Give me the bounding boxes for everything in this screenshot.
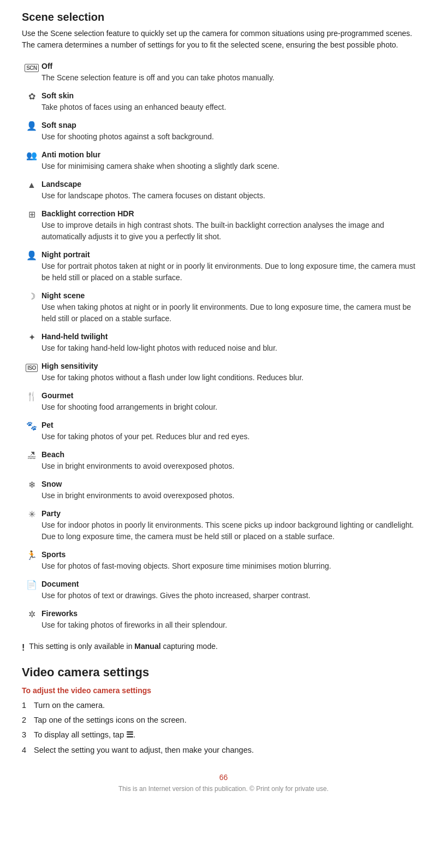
scene-icon: ✲ xyxy=(22,609,41,620)
scene-desc: Use for taking photos of fireworks in al… xyxy=(41,621,227,629)
step-item: 1Turn on the camera. xyxy=(22,699,425,712)
step-text: To display all settings, tap ☰. xyxy=(34,729,425,741)
scene-text: Night sceneUse when taking photos at nig… xyxy=(41,290,425,324)
scene-text: DocumentUse for photos of text or drawin… xyxy=(41,578,425,601)
scene-text: SportsUse for photos of fast-moving obje… xyxy=(41,549,425,572)
scene-text: Soft skinTake photos of faces using an e… xyxy=(41,90,425,113)
scene-name: Hand-held twilight xyxy=(41,332,108,341)
scene-name: Backlight correction HDR xyxy=(41,209,134,218)
scene-desc: Use for taking photos of your pet. Reduc… xyxy=(41,432,249,441)
scene-list: SCNOffThe Scene selection feature is off… xyxy=(22,61,425,631)
scene-item: ❄SnowUse in bright environments to avoid… xyxy=(22,479,425,501)
scene-item: ✦Hand-held twilightUse for taking hand-h… xyxy=(22,331,425,354)
scene-desc: Use for portrait photos taken at night o… xyxy=(41,262,415,282)
scene-icon: ✳ xyxy=(22,509,41,520)
scene-icon: ISO xyxy=(22,361,41,373)
scene-item: 🍴GourmetUse for shooting food arrangemen… xyxy=(22,390,425,413)
scene-text: LandscapeUse for landscape photos. The c… xyxy=(41,179,425,202)
scene-icon: 🍴 xyxy=(22,391,41,402)
scene-desc: Take photos of faces using an enhanced b… xyxy=(41,103,226,111)
scene-text: High sensitivityUse for taking photos wi… xyxy=(41,361,425,383)
scene-icon: ❄ xyxy=(22,479,41,491)
scene-icon: SCN xyxy=(22,61,41,73)
scene-icon: 🏃 xyxy=(22,550,41,561)
scene-icon: ▲ xyxy=(22,179,41,191)
step-text: Select the setting you want to adjust, t… xyxy=(34,744,425,757)
scene-name: Beach xyxy=(41,450,64,459)
scene-text: GourmetUse for shooting food arrangement… xyxy=(41,390,425,413)
scene-desc: Use for photos of text or drawings. Give… xyxy=(41,591,311,600)
subsection-title: To adjust the video camera settings xyxy=(22,686,425,695)
scene-text: PetUse for taking photos of your pet. Re… xyxy=(41,420,425,442)
scene-desc: Use for shooting food arrangements in br… xyxy=(41,403,217,411)
scene-item: 👥Anti motion blurUse for minimising came… xyxy=(22,149,425,172)
scene-name: Anti motion blur xyxy=(41,150,100,159)
scene-desc: The Scene selection feature is off and y… xyxy=(41,73,275,82)
scene-text: Night portraitUse for portrait photos ta… xyxy=(41,249,425,284)
scene-icon: 🐾 xyxy=(22,420,41,432)
scene-name: Snow xyxy=(41,480,62,488)
page-number: 66 xyxy=(22,773,425,782)
scene-text: PartyUse for indoor photos in poorly lit… xyxy=(41,508,425,542)
footer-note: This is an Internet version of this publ… xyxy=(22,785,425,793)
scene-text: BeachUse in bright environments to avoid… xyxy=(41,449,425,472)
scene-name: Pet xyxy=(41,421,53,429)
scene-item: ☽Night sceneUse when taking photos at ni… xyxy=(22,290,425,324)
scene-item: ⊞Backlight correction HDRUse to improve … xyxy=(22,208,425,243)
note-icon: ! xyxy=(22,641,25,654)
scene-icon: ✦ xyxy=(22,332,41,343)
scene-name: Sports xyxy=(41,550,65,559)
step-number: 1 xyxy=(22,699,34,712)
scene-name: Gourmet xyxy=(41,391,73,400)
scene-text: Soft snapUse for shooting photos against… xyxy=(41,120,425,143)
scene-icon: 🏖 xyxy=(22,450,41,461)
scene-item: 📄DocumentUse for photos of text or drawi… xyxy=(22,578,425,601)
scene-icon: 👥 xyxy=(22,150,41,161)
scene-item: 👤Soft snapUse for shooting photos agains… xyxy=(22,120,425,143)
scene-name: High sensitivity xyxy=(41,362,98,370)
scene-item: ✲FireworksUse for taking photos of firew… xyxy=(22,608,425,631)
section1-title: Scene selection xyxy=(22,11,425,23)
scene-name: Party xyxy=(41,509,61,518)
scene-item: ▲LandscapeUse for landscape photos. The … xyxy=(22,179,425,202)
scene-desc: Use for taking photos without a flash un… xyxy=(41,373,303,382)
scene-icon: 👤 xyxy=(22,120,41,132)
step-bold: ☰ xyxy=(126,730,133,739)
scene-text: SnowUse in bright environments to avoid … xyxy=(41,479,425,501)
scene-icon: ☽ xyxy=(22,291,41,302)
step-text: Turn on the camera. xyxy=(34,699,425,712)
scene-item: ✿Soft skinTake photos of faces using an … xyxy=(22,90,425,113)
step-item: 3To display all settings, tap ☰. xyxy=(22,729,425,741)
scene-text: OffThe Scene selection feature is off an… xyxy=(41,61,425,84)
note-line: ! This setting is only available in Manu… xyxy=(22,641,425,654)
step-item: 2Tap one of the settings icons on the sc… xyxy=(22,714,425,727)
scene-text: FireworksUse for taking photos of firewo… xyxy=(41,608,425,631)
scene-desc: Use for minimising camera shake when sho… xyxy=(41,162,279,170)
scene-item: ISOHigh sensitivityUse for taking photos… xyxy=(22,361,425,383)
scene-icon: ✿ xyxy=(22,91,41,102)
scene-name: Document xyxy=(41,580,79,588)
scene-desc: Use for landscape photos. The camera foc… xyxy=(41,191,265,200)
scene-desc: Use for indoor photos in poorly lit envi… xyxy=(41,521,414,541)
step-text: Tap one of the settings icons on the scr… xyxy=(34,714,425,727)
scene-desc: Use for shooting photos against a soft b… xyxy=(41,132,214,141)
scene-item: ✳PartyUse for indoor photos in poorly li… xyxy=(22,508,425,542)
step-number: 2 xyxy=(22,714,34,727)
scene-desc: Use for photos of fast-moving objects. S… xyxy=(41,562,331,570)
scene-name: Night scene xyxy=(41,291,85,300)
scene-name: Off xyxy=(41,62,52,70)
page-footer: 66 This is an Internet version of this p… xyxy=(22,773,425,793)
scene-desc: Use when taking photos at night or in po… xyxy=(41,303,411,323)
note-text: This setting is only available in Manual… xyxy=(29,641,218,652)
intro-paragraph: Use the Scene selection feature to quick… xyxy=(22,28,425,51)
scene-item: 🐾PetUse for taking photos of your pet. R… xyxy=(22,420,425,442)
scene-item: 🏖BeachUse in bright environments to avoi… xyxy=(22,449,425,472)
scene-name: Soft snap xyxy=(41,121,76,129)
scene-desc: Use in bright environments to avoid over… xyxy=(41,491,234,500)
scene-icon: 📄 xyxy=(22,579,41,591)
scene-item: SCNOffThe Scene selection feature is off… xyxy=(22,61,425,84)
scene-desc: Use for taking hand-held low-light photo… xyxy=(41,344,277,352)
scene-text: Backlight correction HDRUse to improve d… xyxy=(41,208,425,243)
step-item: 4Select the setting you want to adjust, … xyxy=(22,744,425,757)
scene-name: Landscape xyxy=(41,180,81,188)
